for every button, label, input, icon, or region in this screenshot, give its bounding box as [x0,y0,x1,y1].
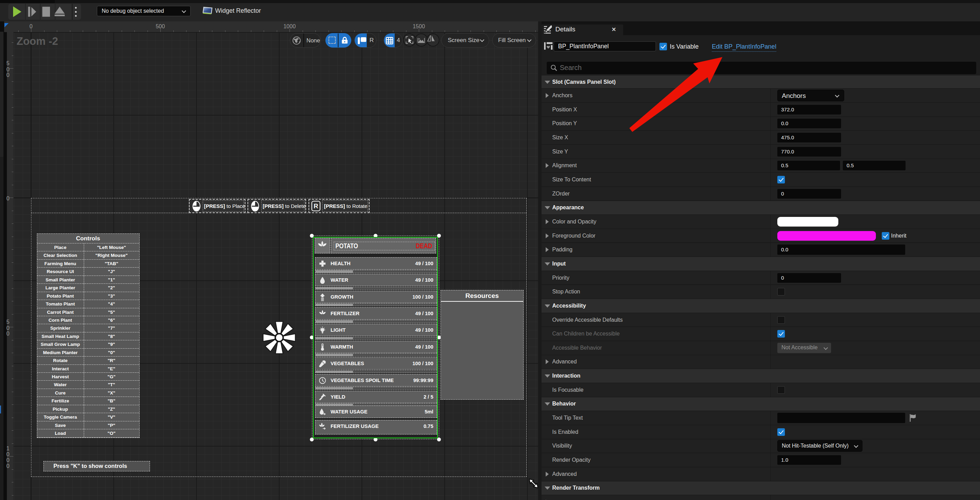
svg-text:R: R [314,203,318,210]
